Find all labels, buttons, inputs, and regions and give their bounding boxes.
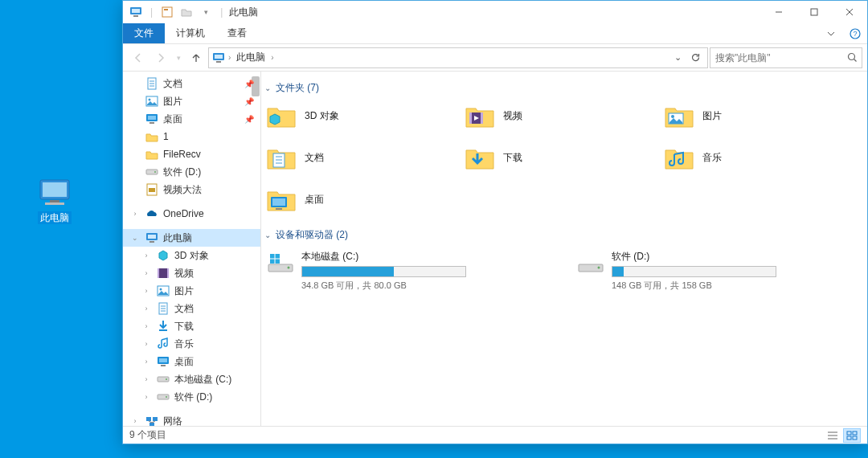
this-pc-icon bbox=[145, 231, 158, 244]
sidebar-item[interactable]: 图片📌 bbox=[123, 92, 260, 110]
sidebar-item[interactable]: 桌面📌 bbox=[123, 110, 260, 128]
folder-item[interactable]: 视频 bbox=[463, 100, 661, 132]
folder-name: 3D 对象 bbox=[305, 109, 339, 123]
folder-name: 桌面 bbox=[305, 193, 324, 207]
sidebar-item-label: FileRecv bbox=[163, 149, 201, 160]
explorer-window: | ▾ | 此电脑 文件 计算机 查看 ? ▾ bbox=[122, 0, 868, 444]
qat-dropdown-icon[interactable]: ▾ bbox=[198, 4, 214, 20]
folder-item[interactable]: 图片 bbox=[662, 100, 861, 132]
folder-name: 音乐 bbox=[702, 151, 722, 165]
search-button[interactable] bbox=[842, 48, 862, 67]
folder-name: 文档 bbox=[305, 151, 324, 165]
expand-icon[interactable]: › bbox=[131, 417, 139, 425]
up-button[interactable] bbox=[186, 47, 207, 68]
qat-this-pc-icon[interactable] bbox=[128, 4, 144, 20]
expand-icon[interactable]: › bbox=[142, 375, 150, 383]
forward-button[interactable] bbox=[150, 47, 171, 68]
history-dropdown[interactable]: ▾ bbox=[173, 47, 184, 68]
sidebar-item-label: 下载 bbox=[174, 320, 194, 333]
tab-file[interactable]: 文件 bbox=[123, 23, 165, 43]
expand-icon[interactable]: › bbox=[142, 269, 150, 277]
svg-point-30 bbox=[154, 171, 156, 173]
sidebar-item[interactable]: 视频大法 bbox=[123, 181, 260, 198]
expand-icon[interactable]: › bbox=[142, 340, 150, 348]
folder-item[interactable]: 桌面 bbox=[264, 183, 463, 215]
sidebar-item[interactable]: 1 bbox=[123, 128, 260, 145]
search-input[interactable] bbox=[710, 52, 842, 63]
sidebar-item[interactable]: ›软件 (D:) bbox=[123, 388, 260, 406]
sidebar-item[interactable]: ›视频 bbox=[123, 264, 260, 282]
folder-item[interactable]: 文档 bbox=[264, 141, 463, 174]
folder-item[interactable]: 下载 bbox=[463, 141, 661, 174]
svg-point-50 bbox=[166, 378, 167, 380]
qat-folder-icon[interactable] bbox=[178, 4, 194, 20]
svg-rect-60 bbox=[481, 112, 483, 124]
expand-icon[interactable]: › bbox=[142, 287, 150, 295]
sidebar-item-onedrive[interactable]: › OneDrive bbox=[123, 205, 260, 223]
view-details-button[interactable] bbox=[824, 428, 841, 443]
sidebar-item[interactable]: ›本地磁盘 (C:) bbox=[123, 370, 260, 388]
expand-icon[interactable]: › bbox=[142, 358, 150, 366]
desktop-icon-label: 此电脑 bbox=[38, 211, 72, 224]
collapse-icon[interactable]: ⌄ bbox=[131, 234, 139, 242]
qat-properties-icon[interactable] bbox=[159, 4, 175, 20]
folder-icon bbox=[145, 148, 158, 161]
view-icons-button[interactable] bbox=[843, 428, 861, 443]
expand-icon[interactable]: › bbox=[142, 322, 150, 330]
refresh-button[interactable] bbox=[686, 49, 704, 67]
chevron-down-icon: ⌄ bbox=[264, 231, 271, 239]
help-button[interactable]: ? bbox=[843, 23, 867, 43]
svg-rect-2 bbox=[50, 200, 59, 202]
expand-icon[interactable]: › bbox=[142, 305, 150, 313]
sidebar-item[interactable]: ›桌面 bbox=[123, 353, 260, 370]
group-header-folders[interactable]: ⌄ 文件夹 (7) bbox=[264, 81, 861, 95]
expand-icon[interactable]: › bbox=[131, 210, 139, 218]
status-bar: 9 个项目 bbox=[123, 426, 867, 444]
address-segment[interactable]: 此电脑 bbox=[234, 49, 268, 66]
sidebar-item[interactable]: FileRecv bbox=[123, 145, 260, 163]
minimize-button[interactable] bbox=[761, 1, 796, 23]
maximize-button[interactable] bbox=[796, 1, 832, 23]
drive-icon bbox=[576, 250, 605, 274]
content-pane[interactable]: ⌄ 文件夹 (7) 3D 对象视频图片文档下载音乐桌面 ⌄ 设备和驱动器 (2)… bbox=[261, 72, 867, 426]
svg-rect-37 bbox=[158, 268, 159, 278]
expand-icon[interactable]: › bbox=[142, 393, 150, 401]
group-header-drives[interactable]: ⌄ 设备和驱动器 (2) bbox=[264, 228, 861, 242]
navigation-pane[interactable]: 文档📌图片📌桌面📌1FileRecv软件 (D:)视频大法 › OneDrive… bbox=[123, 72, 261, 426]
music-icon bbox=[157, 337, 170, 350]
ribbon-expand-button[interactable] bbox=[819, 23, 843, 43]
tab-view[interactable]: 查看 bbox=[216, 23, 258, 43]
drive-item[interactable]: 本地磁盘 (C:)34.8 GB 可用，共 80.0 GB bbox=[264, 247, 551, 295]
address-dropdown-button[interactable]: ⌄ bbox=[669, 49, 686, 67]
sidebar-item[interactable]: 软件 (D:) bbox=[123, 163, 260, 181]
sidebar-item[interactable]: 文档📌 bbox=[123, 75, 260, 92]
window-title: 此电脑 bbox=[229, 6, 258, 19]
qat-separator-2: | bbox=[220, 6, 223, 18]
folder-item[interactable]: 音乐 bbox=[662, 141, 861, 174]
drive-item[interactable]: 软件 (D:)148 GB 可用，共 158 GB bbox=[575, 247, 861, 295]
sidebar-item[interactable]: ›3D 对象 bbox=[123, 247, 260, 264]
svg-rect-45 bbox=[159, 329, 167, 331]
sidebar-item-network[interactable]: › 网络 bbox=[123, 412, 260, 426]
address-chevron[interactable]: › bbox=[271, 53, 273, 62]
sidebar-item-this-pc[interactable]: ⌄ 此电脑 bbox=[123, 229, 260, 247]
address-root-chevron[interactable]: › bbox=[228, 53, 231, 62]
svg-rect-82 bbox=[853, 431, 857, 435]
close-button[interactable] bbox=[832, 1, 867, 23]
group-header-label: 文件夹 (7) bbox=[276, 81, 319, 95]
svg-rect-54 bbox=[153, 417, 158, 421]
expand-icon[interactable]: › bbox=[142, 251, 150, 260]
tab-computer[interactable]: 计算机 bbox=[165, 23, 216, 43]
drive-icon bbox=[157, 391, 170, 403]
sidebar-item[interactable]: ›音乐 bbox=[123, 335, 260, 353]
navigation-row: ▾ › 此电脑 › ⌄ bbox=[123, 44, 867, 72]
sidebar-item-label: 此电脑 bbox=[163, 231, 192, 245]
sidebar-item[interactable]: ›下载 bbox=[123, 317, 260, 335]
desktop-icon-this-pc[interactable]: 此电脑 bbox=[31, 178, 79, 225]
folder-item[interactable]: 3D 对象 bbox=[264, 100, 463, 132]
back-button[interactable] bbox=[128, 47, 149, 68]
sidebar-item[interactable]: ›图片 bbox=[123, 282, 260, 300]
sidebar-item[interactable]: ›文档 bbox=[123, 300, 260, 317]
address-bar[interactable]: › 此电脑 › ⌄ bbox=[208, 47, 708, 68]
search-box[interactable] bbox=[710, 47, 862, 68]
